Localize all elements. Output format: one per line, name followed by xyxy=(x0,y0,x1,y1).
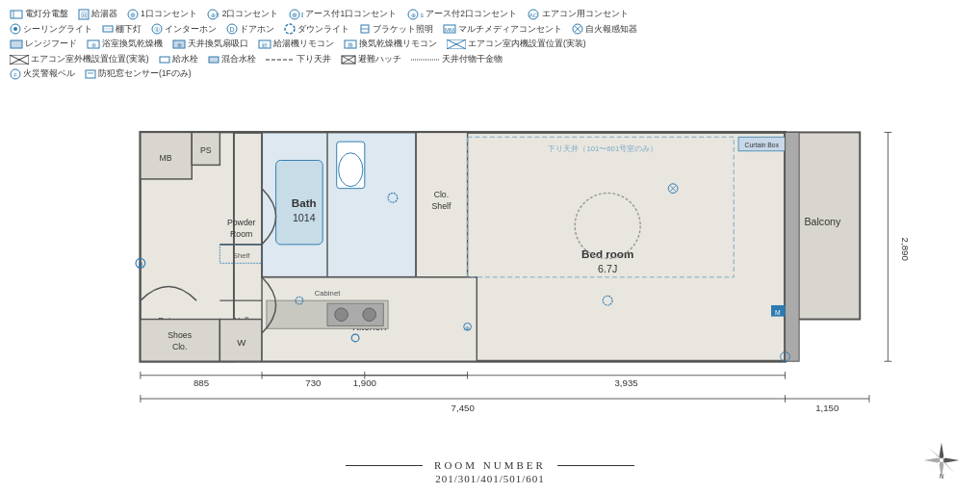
svg-text:⊕: ⊕ xyxy=(130,12,136,18)
svg-rect-57 xyxy=(86,70,95,78)
svg-text:E: E xyxy=(301,12,303,18)
svg-rect-33 xyxy=(11,40,22,48)
outlet-earth2-icon: ⊕E2 xyxy=(406,9,424,20)
legend-row-2: シーリングライト 棚下灯 ① インターホン D ドアホン ダウンライト ブラケッ… xyxy=(10,23,970,37)
dim-7450: 7,450 xyxy=(451,403,476,413)
ac-indoor-icon xyxy=(447,39,466,49)
svg-marker-123 xyxy=(928,447,941,460)
bracket-light-icon xyxy=(359,23,371,35)
svg-text:Room: Room xyxy=(230,229,252,239)
svg-text:D: D xyxy=(138,261,142,268)
outlet-earth1-icon: ⊕E xyxy=(288,9,303,20)
svg-text:MM: MM xyxy=(445,27,454,33)
fan-remote-icon: 換 xyxy=(344,39,357,50)
svg-rect-48 xyxy=(160,57,169,63)
water-tap-icon xyxy=(159,54,170,65)
svg-point-18 xyxy=(13,27,17,31)
security-sensor-icon xyxy=(85,68,96,80)
outlet1-icon: ⊕ xyxy=(127,9,139,20)
ac-outlet-icon: AC xyxy=(527,9,540,20)
svg-text:N: N xyxy=(940,473,944,480)
curtain-box-label: Curtain Box xyxy=(745,142,780,148)
bath-fan-icon: ⊛ xyxy=(87,39,100,50)
legend-item-fire-alarm: F 火災警報ベル xyxy=(10,67,75,81)
switch-icon xyxy=(10,10,23,19)
svg-text:⊛: ⊛ xyxy=(91,42,96,48)
floorplan-svg: Balcony MB PS Bath 1014 Clo. Shelf Powde… xyxy=(53,114,919,431)
svg-text:⊗: ⊗ xyxy=(177,42,182,48)
legend-item-ceiling-fan: ⊗ 天井換気扇吸口 xyxy=(172,38,248,51)
legend-item-denban: 電灯分電盤 xyxy=(10,8,68,21)
svg-text:①: ① xyxy=(154,26,160,33)
ps-label: PS xyxy=(200,145,212,155)
legend-item-interphone: ① インターホン xyxy=(151,23,217,37)
svg-rect-75 xyxy=(141,320,220,362)
legend-item-earth1: ⊕E アース付1口コンセント xyxy=(288,8,397,21)
legend-item-heater-remote: 給 給湯機リモコン xyxy=(258,38,334,51)
svg-point-127 xyxy=(940,458,944,463)
shelf-light-icon xyxy=(102,23,114,35)
legend-item-ac-outdoor: エアコン室外機設置位置(実装) xyxy=(10,53,149,66)
legend-row-1: 電灯分電盤 回 給湯器 ⊕ 1口コンセント ⊕T 2口コンセント ⊕E アース付… xyxy=(10,8,970,21)
powder-room-label: Powder xyxy=(227,218,256,227)
legend-item-outlet2: ⊕T 2口コンセント xyxy=(207,8,279,21)
interphone-icon: ① xyxy=(151,23,163,35)
svg-rect-87 xyxy=(786,132,800,361)
dim-885: 885 xyxy=(193,377,209,388)
legend: 電灯分電盤 回 給湯器 ⊕ 1口コンセント ⊕T 2口コンセント ⊕E アース付… xyxy=(10,8,970,83)
ceiling-fan-icon: ⊗ xyxy=(172,39,186,50)
legend-item-mixed-tap: 混合水栓 xyxy=(208,53,256,66)
svg-marker-121 xyxy=(924,458,941,463)
legend-item-smoke: 自火報感知器 xyxy=(572,23,637,37)
dim-3935: 3,935 xyxy=(614,377,637,388)
water-heater-remote-icon: 給 xyxy=(258,39,271,50)
ceiling-light-icon xyxy=(10,23,21,35)
svg-text:⊕: ⊕ xyxy=(292,12,297,18)
legend-item-escape-hatch: 避難ハッチ xyxy=(341,53,401,66)
legend-item-door-phone: D ドアホン xyxy=(226,23,274,37)
svg-text:T: T xyxy=(216,13,219,18)
room-number-label: ROOM NUMBER xyxy=(434,459,546,471)
svg-text:D: D xyxy=(229,26,234,33)
dim-1150: 1,150 xyxy=(815,403,839,413)
washing-label: W xyxy=(237,337,246,348)
svg-text:1014: 1014 xyxy=(293,212,316,223)
legend-row-4: エアコン室外機設置位置(実装) 給水栓 混合水栓 下り天井 避難ハッチ 天井付物… xyxy=(10,53,970,66)
legend-item-security: 防犯窓センサー(1Fのみ) xyxy=(85,67,192,81)
bedroom-label: Bed room xyxy=(581,247,633,260)
svg-point-69 xyxy=(339,153,363,187)
svg-text:Clo.: Clo. xyxy=(172,342,188,351)
outlet-symbol-1: ⊕ xyxy=(465,325,470,331)
legend-row-5: F 火災警報ベル 防犯窓センサー(1Fのみ) xyxy=(10,67,970,81)
clo-shelf-label: Clo. xyxy=(434,190,450,199)
svg-marker-125 xyxy=(928,460,941,474)
ceiling-items-icon xyxy=(411,55,440,65)
legend-item-water-tap: 給水栓 xyxy=(159,53,198,66)
svg-marker-126 xyxy=(941,460,955,474)
svg-text:⊕: ⊕ xyxy=(210,13,215,18)
m-indicator: M xyxy=(775,309,781,316)
legend-item-range-hood: レンジフード xyxy=(10,38,77,51)
dim-2890: 2,890 xyxy=(900,238,911,262)
range-hood-icon xyxy=(10,39,23,50)
legend-item-shelf-light: 棚下灯 xyxy=(102,23,142,37)
legend-item-downlight: ダウンライト xyxy=(284,23,349,37)
svg-rect-0 xyxy=(11,11,22,18)
shelf-label: Shelf xyxy=(233,251,251,260)
legend-item-earth2: ⊕E2 アース付2口コンセント xyxy=(406,8,517,21)
legend-item-lowered-ceiling: 下り天井 xyxy=(266,53,331,66)
compass: N xyxy=(922,441,961,480)
svg-text:回: 回 xyxy=(81,12,88,18)
svg-text:Shelf: Shelf xyxy=(431,201,451,211)
legend-item-bath-fan: ⊛ 浴室換気乾燥機 xyxy=(87,38,163,51)
lowered-ceiling-text: 下り天井（101〜601号室のみ） xyxy=(548,144,658,153)
outlet2-icon: ⊕T xyxy=(207,9,220,20)
svg-marker-124 xyxy=(941,447,955,460)
downlight-icon xyxy=(284,23,296,35)
bottom-section: ROOM NUMBER 201/301/401/501/601 xyxy=(0,459,980,484)
legend-item-ac-outlet: AC エアコン用コンセント xyxy=(527,8,629,21)
legend-item-ac-indoor: エアコン室内機設置位置(実装) xyxy=(447,38,586,51)
smoke-detector-icon xyxy=(572,23,583,35)
lowered-ceiling-icon xyxy=(266,55,295,65)
mixed-tap-icon xyxy=(208,54,219,65)
